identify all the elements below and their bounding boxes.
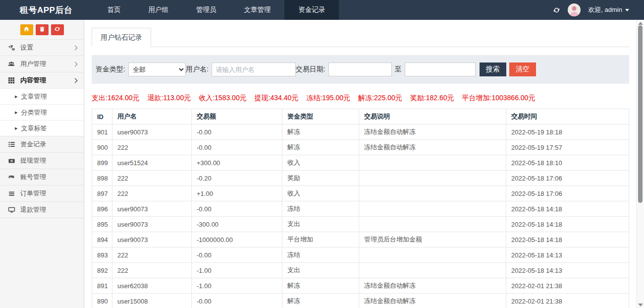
fund-type-label: 资金类型: [96, 65, 125, 74]
table-row: 895user90073-300.00支出2022-05-18 14:18 [92, 217, 629, 232]
table-cell: 管理员后台增加金额 [359, 232, 506, 247]
table-row: 896user90073-0.00冻结2022-05-18 14:18 [92, 201, 629, 217]
table-cell: 892 [92, 263, 112, 278]
nav-item-admins[interactable]: 管理员 [182, 0, 230, 20]
table-row: 901user90073-0.00解冻冻结金额自动解冻2022-05-19 18… [92, 124, 629, 140]
home-button[interactable] [20, 24, 33, 35]
table-cell: -0.20 [192, 171, 282, 186]
user-menu[interactable]: 欢迎, admin [588, 5, 629, 14]
sidebar-item-content-management[interactable]: 内容管理 [0, 72, 84, 88]
app-title: 租号APP后台 [0, 0, 93, 20]
sidebar-item-category-management[interactable]: ▸分类管理 [0, 104, 84, 120]
nav-item-article-management[interactable]: 文章管理 [230, 0, 284, 20]
page-layout: 设置用户管理内容管理▸文章管理▸分类管理▸文章标签资金记录提现管理账号管理订单管… [0, 20, 644, 308]
table-cell: user90073 [112, 201, 192, 217]
table-cell [359, 247, 506, 263]
sidebar-item-fund-records[interactable]: 资金记录 [0, 136, 84, 152]
table-row: 900222-0.00解冻冻结金额自动解冻2022-05-19 17:57 [92, 140, 629, 155]
fund-type-select[interactable]: 全部 [128, 62, 186, 76]
table-cell: 支出 [282, 217, 359, 232]
table-cell [359, 186, 506, 201]
table-cell: 冻结 [282, 247, 359, 263]
date-start-input[interactable] [328, 62, 392, 76]
column-header: 交易说明 [359, 109, 506, 124]
records-table: ID用户名交易额资金类型交易说明交易时间 901user90073-0.00解冻… [92, 109, 629, 308]
refresh-button[interactable] [51, 24, 64, 35]
sidebar-item-order-management[interactable]: 订单管理 [0, 185, 84, 201]
table-row: 897222+1.00收入2022-05-18 17:06 [92, 186, 629, 201]
table-cell: 平台增加 [282, 232, 359, 247]
scroll-up-arrow-icon[interactable] [638, 22, 643, 25]
chevron-right-icon [73, 62, 78, 66]
desktop-icon [7, 206, 16, 213]
tab-user-diamond-records[interactable]: 用户钻石记录 [92, 28, 151, 47]
summary-stat-2: 收入:1583.00元 [199, 94, 247, 103]
clear-button[interactable]: 清空 [509, 62, 536, 76]
avatar[interactable] [568, 3, 581, 16]
table-cell: 2022-05-18 14:13 [506, 247, 629, 263]
column-header: 交易时间 [506, 109, 629, 124]
table-cell: 冻结金额自动解冻 [359, 140, 506, 155]
table-row: 898222-0.20奖励2022-05-18 17:06 [92, 171, 629, 186]
table-cell [359, 201, 506, 217]
sidebar-item-withdraw-management[interactable]: 提现管理 [0, 152, 84, 169]
caret-down-icon [625, 9, 629, 11]
table-cell: 收入 [282, 155, 359, 171]
sidebar-item-article-tags[interactable]: ▸文章标签 [0, 120, 84, 136]
table-cell: 895 [92, 217, 112, 232]
scrollbar[interactable] [636, 20, 644, 308]
nav-item-home[interactable]: 首页 [93, 0, 134, 20]
table-cell: 890 [92, 294, 112, 308]
date-end-input[interactable] [405, 62, 476, 76]
sidebar: 设置用户管理内容管理▸文章管理▸分类管理▸文章标签资金记录提现管理账号管理订单管… [0, 20, 84, 308]
search-button[interactable]: 搜索 [480, 62, 506, 76]
table-row: 890user15008-0.00解冻冻结金额自动解冻2022-02-01 21… [92, 294, 629, 308]
sidebar-item-article-management[interactable]: ▸文章管理 [0, 88, 84, 104]
nav-menu: 首页用户组管理员文章管理资金记录 [93, 0, 339, 20]
table-cell: user15008 [112, 294, 192, 308]
sidebar-item-settings[interactable]: 设置 [0, 39, 84, 56]
summary-stats: 支出:1624.00元退款:113.00元收入:1583.00元提现:434.4… [92, 94, 629, 103]
nav-item-fund-records[interactable]: 资金记录 [284, 0, 339, 20]
scroll-down-arrow-icon[interactable] [638, 304, 643, 307]
table-cell [359, 171, 506, 186]
summary-stat-7: 平台增加:1003866.00元 [462, 94, 536, 103]
column-header: 交易额 [192, 109, 282, 124]
refresh-icon[interactable] [553, 6, 560, 14]
table-cell: -0.00 [192, 201, 282, 217]
sidebar-item-label: 账号管理 [20, 173, 78, 182]
table-cell: 901 [92, 124, 112, 140]
table-cell: user90073 [112, 217, 192, 232]
table-cell: 894 [92, 232, 112, 247]
table-cell: 222 [112, 263, 192, 278]
table-cell: 893 [92, 247, 112, 263]
table-cell: user90073 [112, 232, 192, 247]
table-row: 891user62038-1.00解冻冻结金额自动解冻2022-02-01 21… [92, 278, 629, 294]
summary-stat-4: 冻结:195.00元 [306, 94, 350, 103]
table-cell: 冻结 [282, 201, 359, 217]
trash-button[interactable] [36, 24, 49, 35]
sidebar-toolbar [0, 20, 84, 39]
scrollbar-thumb[interactable] [638, 25, 643, 203]
table-cell: 解冻 [282, 278, 359, 294]
sidebar-item-label: 提现管理 [20, 156, 78, 165]
sidebar-item-label: 分类管理 [21, 108, 47, 117]
sidebar-item-refund-management[interactable]: 退款管理 [0, 201, 84, 218]
sidebar-item-label: 文章标签 [21, 124, 47, 133]
table-cell: -0.00 [192, 294, 282, 308]
date-label: 交易日期: [296, 65, 325, 74]
table-cell: +1.00 [192, 186, 282, 201]
sidebar-menu: 设置用户管理内容管理▸文章管理▸分类管理▸文章标签资金记录提现管理账号管理订单管… [0, 39, 84, 218]
username-input[interactable] [212, 62, 296, 76]
table-row: 893222-0.00冻结2022-05-18 14:13 [92, 247, 629, 263]
nav-item-user-groups[interactable]: 用户组 [134, 0, 182, 20]
table-row: 892222-1.00支出2022-05-18 14:13 [92, 263, 629, 278]
sidebar-item-account-management[interactable]: 账号管理 [0, 169, 84, 185]
table-cell: 收入 [282, 186, 359, 201]
table-row: 899user51524+300.00收入2022-05-18 18:10 [92, 155, 629, 171]
table-cell: 2022-05-18 14:13 [506, 263, 629, 278]
table-cell: -300.00 [192, 217, 282, 232]
sidebar-item-user-management[interactable]: 用户管理 [0, 56, 84, 72]
table-cell: 222 [112, 140, 192, 155]
summary-stat-3: 提现:434.40元 [255, 94, 299, 103]
